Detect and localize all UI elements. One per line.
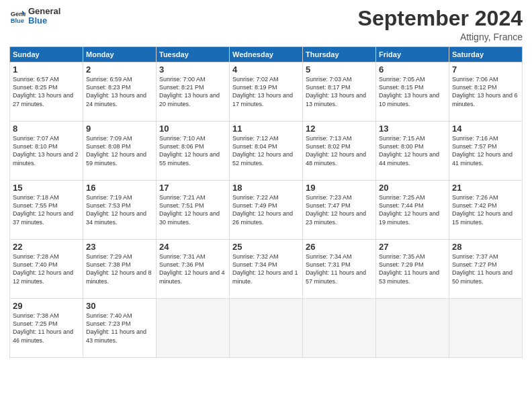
title-block: September 2024 Attigny, France [358,7,523,42]
cell-text: Sunrise: 7:00 AMSunset: 8:21 PMDaylight:… [159,76,220,107]
day-number: 27 [379,242,446,252]
cell-text: Sunrise: 7:26 AMSunset: 7:42 PMDaylight:… [452,194,513,225]
day-number: 1 [13,64,80,75]
day-number: 13 [379,124,446,134]
calendar-cell: 29Sunrise: 7:38 AMSunset: 7:25 PMDayligh… [10,299,83,358]
logo-icon: General Blue [9,8,26,24]
cell-text: Sunrise: 7:25 AMSunset: 7:44 PMDaylight:… [379,194,439,225]
calendar-cell: 15Sunrise: 7:18 AMSunset: 7:55 PMDayligh… [10,181,83,240]
day-number: 5 [306,64,373,75]
calendar-cell: 1Sunrise: 6:57 AMSunset: 8:25 PMDaylight… [10,62,83,122]
day-number: 2 [86,64,153,75]
cell-text: Sunrise: 7:10 AMSunset: 8:06 PMDaylight:… [159,135,220,166]
calendar-week-row: 29Sunrise: 7:38 AMSunset: 7:25 PMDayligh… [10,299,523,358]
calendar-cell: 9Sunrise: 7:09 AMSunset: 8:08 PMDaylight… [83,122,157,181]
cell-text: Sunrise: 7:35 AMSunset: 7:29 PMDaylight:… [379,253,439,284]
location: Attigny, France [358,32,523,42]
cell-text: Sunrise: 7:38 AMSunset: 7:25 PMDaylight:… [13,312,73,343]
calendar-cell: 22Sunrise: 7:28 AMSunset: 7:40 PMDayligh… [10,240,83,299]
page: General Blue General Blue September 2024… [0,0,532,411]
calendar-cell [157,299,230,358]
day-number: 8 [13,124,80,134]
weekday-header: Friday [376,47,449,62]
day-number: 7 [452,64,519,75]
cell-text: Sunrise: 7:05 AMSunset: 8:15 PMDaylight:… [379,76,439,107]
cell-text: Sunrise: 6:57 AMSunset: 8:25 PMDaylight:… [13,76,73,107]
calendar-week-row: 22Sunrise: 7:28 AMSunset: 7:40 PMDayligh… [10,240,523,299]
day-number: 20 [379,183,446,193]
calendar-cell: 16Sunrise: 7:19 AMSunset: 7:53 PMDayligh… [83,181,157,240]
calendar-cell: 24Sunrise: 7:31 AMSunset: 7:36 PMDayligh… [157,240,230,299]
calendar-cell: 19Sunrise: 7:23 AMSunset: 7:47 PMDayligh… [303,181,376,240]
calendar-cell: 5Sunrise: 7:03 AMSunset: 8:17 PMDaylight… [303,62,376,122]
day-number: 22 [13,242,80,252]
day-number: 4 [232,64,300,75]
calendar-cell: 10Sunrise: 7:10 AMSunset: 8:06 PMDayligh… [157,122,230,181]
day-number: 18 [232,183,300,193]
calendar-cell: 14Sunrise: 7:16 AMSunset: 7:57 PMDayligh… [449,122,523,181]
calendar-cell: 12Sunrise: 7:13 AMSunset: 8:02 PMDayligh… [303,122,376,181]
day-number: 29 [13,301,80,311]
day-number: 30 [86,301,153,311]
calendar-week-row: 8Sunrise: 7:07 AMSunset: 8:10 PMDaylight… [10,122,523,181]
day-number: 15 [13,183,80,193]
cell-text: Sunrise: 7:13 AMSunset: 8:02 PMDaylight:… [306,135,366,166]
day-number: 3 [159,64,226,75]
calendar-cell: 18Sunrise: 7:22 AMSunset: 7:49 PMDayligh… [230,181,303,240]
calendar-cell [303,299,376,358]
day-number: 28 [452,242,519,252]
cell-text: Sunrise: 6:59 AMSunset: 8:23 PMDaylight:… [86,76,146,107]
calendar-cell: 25Sunrise: 7:32 AMSunset: 7:34 PMDayligh… [230,240,303,299]
logo: General Blue General Blue [9,7,60,26]
cell-text: Sunrise: 7:21 AMSunset: 7:51 PMDaylight:… [159,194,220,225]
day-number: 10 [159,124,226,134]
day-number: 17 [159,183,226,193]
cell-text: Sunrise: 7:37 AMSunset: 7:27 PMDaylight:… [452,253,513,284]
cell-text: Sunrise: 7:06 AMSunset: 8:12 PMDaylight:… [452,76,518,107]
cell-text: Sunrise: 7:31 AMSunset: 7:36 PMDaylight:… [159,253,225,284]
calendar-cell: 21Sunrise: 7:26 AMSunset: 7:42 PMDayligh… [449,181,523,240]
header: General Blue General Blue September 2024… [9,7,523,42]
calendar-cell: 3Sunrise: 7:00 AMSunset: 8:21 PMDaylight… [157,62,230,122]
calendar-cell: 11Sunrise: 7:12 AMSunset: 8:04 PMDayligh… [230,122,303,181]
logo-blue: Blue [28,16,60,26]
day-number: 9 [86,124,153,134]
day-number: 24 [159,242,226,252]
day-number: 19 [306,183,373,193]
weekday-header: Tuesday [157,47,230,62]
weekday-header: Sunday [10,47,83,62]
weekday-header: Thursday [303,47,376,62]
day-number: 21 [452,183,519,193]
header-row: SundayMondayTuesdayWednesdayThursdayFrid… [10,47,523,62]
calendar-cell: 28Sunrise: 7:37 AMSunset: 7:27 PMDayligh… [449,240,523,299]
calendar-cell: 13Sunrise: 7:15 AMSunset: 8:00 PMDayligh… [376,122,449,181]
calendar-cell: 6Sunrise: 7:05 AMSunset: 8:15 PMDaylight… [376,62,449,122]
cell-text: Sunrise: 7:07 AMSunset: 8:10 PMDaylight:… [13,135,79,166]
cell-text: Sunrise: 7:09 AMSunset: 8:08 PMDaylight:… [86,135,146,166]
day-number: 6 [379,64,446,75]
cell-text: Sunrise: 7:02 AMSunset: 8:19 PMDaylight:… [232,76,293,107]
cell-text: Sunrise: 7:28 AMSunset: 7:40 PMDaylight:… [13,253,73,284]
calendar-cell: 23Sunrise: 7:29 AMSunset: 7:38 PMDayligh… [83,240,157,299]
day-number: 25 [232,242,300,252]
day-number: 12 [306,124,373,134]
calendar-cell [230,299,303,358]
calendar-cell: 2Sunrise: 6:59 AMSunset: 8:23 PMDaylight… [83,62,157,122]
logo-general: General [28,7,60,16]
calendar-cell: 26Sunrise: 7:34 AMSunset: 7:31 PMDayligh… [303,240,376,299]
day-number: 14 [452,124,519,134]
day-number: 26 [306,242,373,252]
svg-text:Blue: Blue [11,17,24,25]
calendar-cell: 30Sunrise: 7:40 AMSunset: 7:23 PMDayligh… [83,299,157,358]
cell-text: Sunrise: 7:32 AMSunset: 7:34 PMDaylight:… [232,253,298,284]
calendar-week-row: 1Sunrise: 6:57 AMSunset: 8:25 PMDaylight… [10,62,523,122]
cell-text: Sunrise: 7:16 AMSunset: 7:57 PMDaylight:… [452,135,513,166]
cell-text: Sunrise: 7:18 AMSunset: 7:55 PMDaylight:… [13,194,73,225]
weekday-header: Monday [83,47,157,62]
cell-text: Sunrise: 7:03 AMSunset: 8:17 PMDaylight:… [306,76,366,107]
calendar-cell: 27Sunrise: 7:35 AMSunset: 7:29 PMDayligh… [376,240,449,299]
calendar-cell: 7Sunrise: 7:06 AMSunset: 8:12 PMDaylight… [449,62,523,122]
calendar-table: SundayMondayTuesdayWednesdayThursdayFrid… [9,46,523,358]
calendar-cell [376,299,449,358]
cell-text: Sunrise: 7:19 AMSunset: 7:53 PMDaylight:… [86,194,146,225]
